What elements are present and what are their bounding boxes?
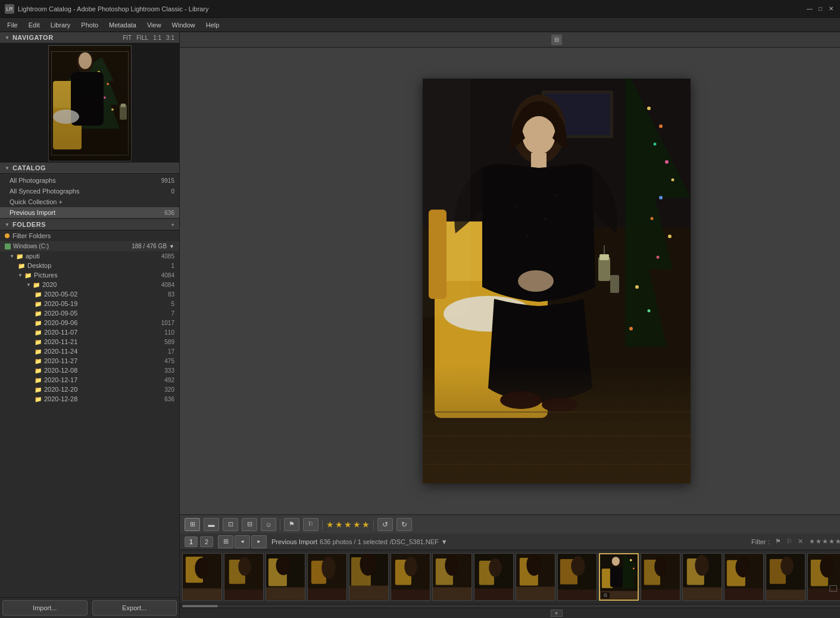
filter-label: Filter : — [751, 538, 770, 545]
filmstrip: ⊡ — [180, 550, 840, 604]
folder-2020[interactable]: ▼ 📁 2020 4084 — [0, 280, 179, 289]
svg-marker-1 — [60, 57, 120, 129]
svg-point-104 — [630, 559, 632, 561]
fill-btn[interactable]: FILL — [136, 35, 148, 41]
menu-library[interactable]: Library — [46, 20, 76, 30]
folder-2020-12-28[interactable]: 📁 2020-12-28 636 — [0, 394, 179, 404]
import-button[interactable]: Import... — [2, 600, 88, 616]
people-view-btn[interactable]: ☺ — [261, 518, 276, 531]
navigator-header[interactable]: ▼ Navigator FIT FILL 1:1 3:1 — [0, 32, 179, 43]
page-2-btn[interactable]: 2 — [200, 536, 213, 547]
filter-reject-icon[interactable]: ✕ — [796, 537, 805, 547]
catalog-all-photos[interactable]: All Photographs 9915 — [0, 175, 179, 186]
rotate-cw-btn[interactable]: ↻ — [396, 518, 412, 531]
zoom3-btn[interactable]: 3:1 — [166, 35, 174, 41]
page-1-btn[interactable]: 1 — [185, 536, 198, 547]
flag-next-btn[interactable]: ⚐ — [303, 518, 318, 531]
filter-star-2[interactable]: ★ — [816, 538, 822, 545]
folders-header[interactable]: ▼ Folders + — [0, 219, 179, 230]
star-2[interactable]: ★ — [335, 520, 343, 529]
flag-prev-btn[interactable]: ⚑ — [284, 518, 299, 531]
rotate-ccw-btn[interactable]: ↺ — [377, 518, 393, 531]
zoom1-btn[interactable]: 1:1 — [153, 35, 161, 41]
catalog-header[interactable]: ▼ Catalog — [0, 163, 179, 174]
navigator-preview[interactable] — [0, 43, 179, 163]
star-5[interactable]: ★ — [362, 520, 370, 529]
view-prev-btn[interactable]: ◄ — [235, 535, 250, 548]
thumb-9[interactable] — [516, 553, 555, 601]
folder-2020-11-24[interactable]: 📁 2020-11-24 17 — [0, 347, 179, 356]
folder-aputi[interactable]: ▼ 📁 aputi 4085 — [0, 251, 179, 261]
thumb-16[interactable] — [807, 553, 840, 601]
folder-2020-05-02[interactable]: 📁 2020-05-02 83 — [0, 289, 179, 299]
folder-2020-12-20[interactable]: 📁 2020-12-20 320 — [0, 385, 179, 394]
minimize-button[interactable]: — — [805, 5, 814, 13]
star-1[interactable]: ★ — [326, 520, 334, 529]
folder-2020-12-17[interactable]: 📁 2020-12-17 492 — [0, 375, 179, 385]
export-button[interactable]: Export... — [92, 600, 177, 616]
maximize-button[interactable]: □ — [816, 5, 825, 13]
filter-star-5[interactable]: ★ — [835, 538, 840, 545]
menu-help[interactable]: Help — [201, 20, 224, 30]
view-grid-mini-btn[interactable]: ⊞ — [218, 535, 233, 548]
menu-view[interactable]: View — [142, 20, 166, 30]
thumb-1[interactable] — [182, 553, 222, 601]
catalog-quick-collection[interactable]: Quick Collection + — [0, 196, 179, 207]
close-button[interactable]: ✕ — [827, 5, 835, 13]
folder-2020-12-08[interactable]: 📁 2020-12-08 333 — [0, 366, 179, 375]
menu-window[interactable]: Window — [167, 20, 200, 30]
thumb-14[interactable] — [724, 553, 764, 601]
thumb-3[interactable] — [266, 553, 305, 601]
folder-2020-11-21[interactable]: 📁 2020-11-21 589 — [0, 337, 179, 347]
scrollbar-thumb[interactable] — [182, 605, 218, 607]
image-area[interactable]: ✦ ✦ ✦ ✦ — [180, 48, 840, 514]
thumb-6[interactable] — [391, 553, 430, 601]
survey-view-btn[interactable]: ⊟ — [242, 518, 257, 531]
filter-flag-icon[interactable]: ⚑ — [773, 537, 783, 547]
star-rating[interactable]: ★ ★ ★ ★ ★ — [326, 520, 370, 529]
catalog-synced[interactable]: All Synced Photographs 0 — [0, 186, 179, 196]
thumb-7[interactable] — [432, 553, 472, 601]
menu-photo[interactable]: Photo — [76, 20, 103, 30]
loupe-view-btn[interactable]: ▬ — [204, 518, 219, 531]
fit-btn[interactable]: FIT — [123, 35, 132, 41]
grid-view-btn[interactable]: ⊞ — [185, 518, 200, 531]
filter-star-3[interactable]: ★ — [822, 538, 828, 545]
menu-edit[interactable]: Edit — [24, 20, 45, 30]
star-3[interactable]: ★ — [344, 520, 352, 529]
filter-unflag-icon[interactable]: ⚐ — [785, 537, 794, 547]
thumb-selected[interactable]: ⊡ — [599, 553, 639, 601]
toolbar-collapse-btn[interactable]: ⊟ — [551, 35, 562, 45]
folder-2020-11-27[interactable]: 📁 2020-11-27 475 — [0, 356, 179, 366]
thumb-12[interactable] — [641, 553, 680, 601]
menu-file[interactable]: File — [2, 20, 23, 30]
thumb-15[interactable] — [766, 553, 805, 601]
filter-star-1[interactable]: ★ — [809, 538, 815, 545]
folder-desktop[interactable]: 📁 Desktop 1 — [0, 261, 179, 270]
filmstrip-scrollbar[interactable] — [180, 604, 840, 608]
folder-pictures[interactable]: ▼ 📁 Pictures 4084 — [0, 270, 179, 280]
catalog-previous-import[interactable]: Previous Import 636 — [0, 207, 179, 218]
folder-2020-05-19[interactable]: 📁 2020-05-19 5 — [0, 299, 179, 308]
thumb-5[interactable] — [349, 553, 389, 601]
thumb-4[interactable] — [307, 553, 347, 601]
folder-2020-09-05[interactable]: 📁 2020-09-05 7 — [0, 308, 179, 318]
compare-view-btn[interactable]: ⊡ — [223, 518, 238, 531]
view-mode-btns: ⊞ ◄ ► — [218, 535, 267, 548]
filmstrip-expand-btn[interactable]: ▼ — [551, 610, 563, 617]
scrollbar-track[interactable] — [182, 605, 840, 607]
drive-row[interactable]: Windows (C:) 188 / 476 GB ▼ — [0, 241, 179, 251]
menu-metadata[interactable]: Metadata — [104, 20, 141, 30]
folder-2020-11-07[interactable]: 📁 2020-11-07 110 — [0, 327, 179, 337]
filter-folders-btn[interactable]: Filter Folders — [0, 230, 179, 241]
thumb-2[interactable] — [224, 553, 264, 601]
add-folder-btn[interactable]: + — [171, 221, 174, 228]
star-4[interactable]: ★ — [353, 520, 361, 529]
filter-star-4[interactable]: ★ — [829, 538, 835, 545]
thumb-10[interactable] — [557, 553, 597, 601]
thumb-13[interactable] — [682, 553, 722, 601]
folder-2020-09-06[interactable]: 📁 2020-09-06 1017 — [0, 318, 179, 327]
file-dropdown-arrow[interactable]: ▼ — [441, 538, 448, 545]
thumb-8[interactable] — [474, 553, 514, 601]
view-next-btn[interactable]: ► — [251, 535, 267, 548]
